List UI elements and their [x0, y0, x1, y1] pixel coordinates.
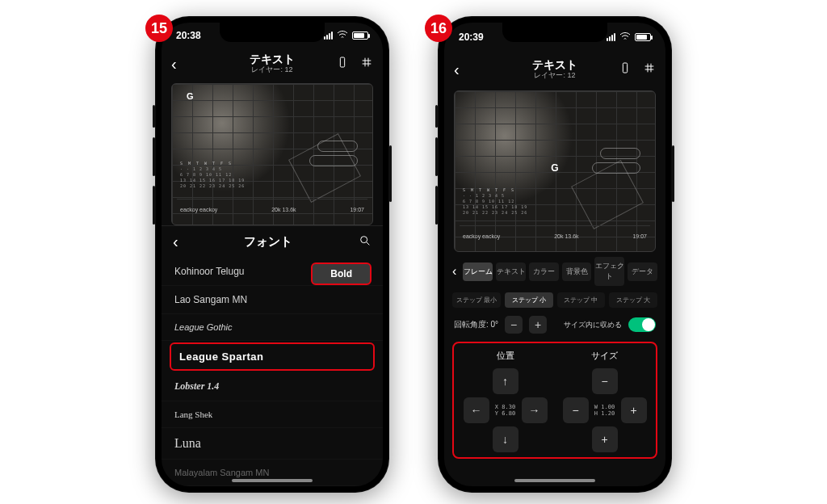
tabs-back-button[interactable]: ‹: [452, 264, 460, 279]
home-indicator[interactable]: [514, 479, 595, 482]
font-weight-chip[interactable]: Bold: [311, 262, 372, 285]
notch: [220, 23, 325, 42]
width-plus-button[interactable]: +: [621, 397, 647, 423]
step-size-row: ステップ 最小 ステップ 小 ステップ 中 ステップ 大: [444, 289, 665, 311]
font-row-league-gothic[interactable]: League Gothic: [162, 314, 383, 341]
clock: 20:39: [459, 32, 484, 43]
width-minus-button[interactable]: −: [563, 397, 589, 423]
position-header: 位置: [457, 350, 553, 365]
font-row-lang-shek[interactable]: Lang Shek: [162, 401, 383, 428]
pos-down-button[interactable]: ↓: [493, 426, 518, 452]
tab-effect[interactable]: エフェクト: [594, 257, 624, 286]
property-tabs: ‹ フレーム テキスト カラー 背景色 エフェクト データ: [444, 252, 665, 289]
device-icon[interactable]: [336, 56, 349, 72]
step-small[interactable]: ステップ 小: [505, 292, 553, 308]
fit-in-size-toggle[interactable]: [628, 317, 656, 332]
rotation-plus[interactable]: +: [529, 316, 547, 334]
editor-canvas[interactable]: G S M T W T F S · · 1 2 3 4 5 6 7 8 9 10…: [171, 83, 373, 226]
step-mid[interactable]: ステップ 中: [557, 292, 606, 308]
step-badge-16: 16: [425, 15, 452, 42]
pos-right-button[interactable]: →: [522, 397, 548, 423]
rotation-label: 回転角度: 0°: [454, 319, 498, 330]
back-button[interactable]: ‹: [454, 61, 460, 79]
height-plus-button[interactable]: +: [592, 426, 618, 452]
step-min[interactable]: ステップ 最小: [452, 292, 501, 308]
canvas-mini-calendar: S M T W T F S · · 1 2 3 4 5 6 7 8 9 10 1…: [463, 187, 527, 216]
font-row-luna[interactable]: Luna: [162, 428, 383, 460]
position-readout: X 8.30 Y 6.80: [493, 397, 518, 423]
grid-icon[interactable]: [360, 56, 373, 72]
canvas-g-mark: G: [551, 162, 558, 174]
fit-in-size-label: サイズ内に収める: [564, 320, 622, 330]
font-panel-title: フォント: [244, 234, 292, 250]
nav-bar: ‹ テキスト レイヤー: 12: [444, 52, 665, 87]
size-pad: − − W 1.00 H 1.20 + +: [556, 368, 653, 452]
page-title: テキスト レイヤー: 12: [532, 59, 577, 79]
battery-icon: [352, 32, 368, 40]
svg-rect-0: [340, 57, 344, 67]
battery-icon: [635, 33, 651, 41]
rotation-row: 回転角度: 0° − + サイズ内に収める: [444, 311, 665, 338]
svg-point-1: [361, 237, 367, 243]
tab-bgcolor[interactable]: 背景色: [562, 262, 592, 281]
font-list[interactable]: Kohinoor Telugu Lao Sangam MN League Got…: [162, 258, 383, 486]
status-icons: [324, 28, 368, 43]
back-button[interactable]: ‹: [171, 55, 177, 74]
tab-color[interactable]: カラー: [529, 262, 559, 281]
notch: [502, 23, 607, 42]
frame-control-panel: 位置 サイズ ↑ ← X 8.30 Y 6.80 → ↓: [452, 342, 657, 459]
font-row-league-spartan[interactable]: League Spartan: [170, 342, 375, 371]
pos-up-button[interactable]: ↑: [493, 368, 518, 394]
rotation-minus[interactable]: −: [505, 316, 523, 334]
size-readout: W 1.00 H 1.20: [592, 397, 618, 423]
home-indicator[interactable]: [232, 479, 313, 482]
canvas-mini-calendar: S M T W T F S · · 1 2 3 4 5 6 7 8 9 10 1…: [180, 161, 245, 189]
canvas-g-mark: G: [187, 91, 194, 101]
search-icon[interactable]: [359, 234, 372, 250]
tab-frame[interactable]: フレーム: [463, 262, 493, 281]
editor-canvas[interactable]: S M T W T F S · · 1 2 3 4 5 6 7 8 9 10 1…: [454, 90, 656, 252]
cellular-icon: [607, 33, 615, 41]
tab-data[interactable]: データ: [628, 262, 657, 281]
phone-right: 20:39 ‹ テキスト レイヤー: 12: [438, 16, 672, 493]
tab-text[interactable]: テキスト: [496, 262, 526, 281]
height-minus-button[interactable]: −: [592, 368, 618, 394]
phone-left: 20:38 ‹ テキスト レイヤー: 12: [155, 16, 389, 493]
font-panel: ‹ フォント Kohinoor Telugu Lao Sangam MN Lea…: [162, 225, 383, 486]
device-icon[interactable]: [619, 61, 632, 78]
grid-icon[interactable]: [643, 61, 656, 78]
position-dpad: ↑ ← X 8.30 Y 6.80 → ↓: [457, 368, 553, 452]
font-row-lao[interactable]: Lao Sangam MN: [162, 286, 383, 314]
size-header: サイズ: [556, 350, 653, 365]
cellular-icon: [324, 32, 333, 40]
font-row-lobster[interactable]: Lobster 1.4: [162, 372, 383, 401]
svg-rect-2: [623, 63, 627, 73]
step-badge-15: 15: [145, 15, 173, 42]
status-icons: [607, 30, 651, 44]
nav-bar: ‹ テキスト レイヤー: 12: [162, 48, 383, 80]
pos-left-button[interactable]: ←: [464, 397, 489, 423]
clock: 20:38: [176, 30, 201, 41]
wifi-icon: [336, 28, 349, 43]
font-row-malayalam[interactable]: Malayalam Sangam MN: [162, 460, 383, 486]
step-large[interactable]: ステップ 大: [609, 292, 657, 308]
page-title: テキスト レイヤー: 12: [250, 53, 295, 74]
wifi-icon: [619, 30, 632, 44]
font-back-button[interactable]: ‹: [173, 233, 178, 251]
